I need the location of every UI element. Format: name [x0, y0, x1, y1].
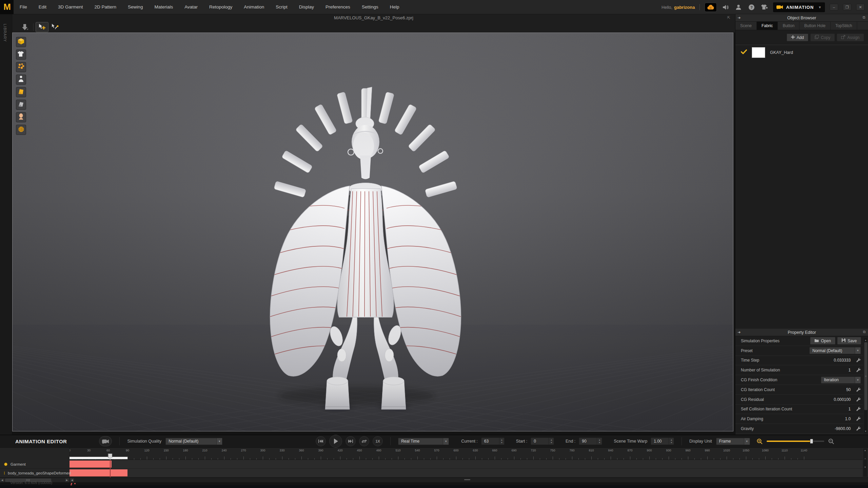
property-value[interactable]: 1 — [848, 368, 851, 372]
viewport-toggle-globe-icon[interactable] — [16, 125, 26, 135]
menu-2d-pattern[interactable]: 2D Pattern — [95, 4, 117, 9]
play-button[interactable] — [329, 435, 342, 448]
track-name-row[interactable]: body_torneada_geoShapeDeformed — [0, 469, 70, 477]
pin-brush-tool[interactable] — [48, 22, 61, 32]
scroll-left-icon[interactable]: ◀ — [0, 478, 4, 482]
spin-down-icon[interactable]: ▼ — [549, 441, 554, 444]
viewport-toggle-pattern-flat-icon[interactable] — [16, 100, 26, 110]
fabric-list-item[interactable]: GKAY_Hard — [735, 45, 868, 60]
timeline-ruler[interactable]: 0306090120150180210240270300330360390420… — [70, 448, 863, 460]
wrench-icon[interactable] — [855, 368, 862, 372]
splitter-handle[interactable] — [464, 479, 470, 480]
tab-scene[interactable]: Scene — [735, 22, 757, 30]
spin-up-icon[interactable]: ▲ — [597, 439, 602, 441]
menu-help[interactable]: Help — [390, 4, 399, 9]
close-button[interactable]: ✕ — [856, 4, 865, 11]
menu-preferences[interactable]: Preferences — [326, 4, 350, 9]
track-lane[interactable] — [0, 469, 863, 477]
scrollbar-grip-icon[interactable]: ≡ — [863, 458, 867, 460]
menu-materials[interactable]: Materials — [154, 4, 173, 9]
gizmo-arrow-tool[interactable] — [18, 22, 31, 32]
skip-to-end-button[interactable] — [346, 436, 356, 446]
scroll-down-icon[interactable]: ▼ — [863, 466, 867, 468]
spin-down-icon[interactable]: ▼ — [597, 441, 602, 444]
sound-button[interactable] — [722, 3, 730, 11]
menu-script[interactable]: Script — [276, 4, 288, 9]
save-button[interactable]: Save — [837, 337, 861, 345]
select-move-tool[interactable] — [36, 22, 48, 32]
viewport-toggle-head-icon[interactable] — [16, 112, 26, 122]
popout-icon[interactable]: ⇱ — [727, 16, 730, 20]
menu-avatar[interactable]: Avatar — [184, 4, 198, 9]
track-name-row[interactable]: Garment — [0, 460, 70, 469]
zoom-slider-track[interactable] — [767, 441, 824, 442]
collapse-arrow-icon[interactable]: ➜ — [737, 330, 741, 334]
menu-retopology[interactable]: Retopology — [209, 4, 232, 9]
wrench-icon[interactable] — [855, 407, 862, 411]
assign-button[interactable]: Assign — [837, 34, 864, 41]
mode-selector[interactable]: ANIMATION ▼ — [773, 2, 825, 12]
tab-button[interactable]: Button — [778, 22, 800, 30]
timeline-vertical-scrollbar[interactable]: ▲ ≡ ▼ — [863, 448, 867, 477]
menu-sewing[interactable]: Sewing — [128, 4, 143, 9]
scrollbar-thumb[interactable]: ≡ — [864, 342, 867, 410]
start-frame-spinner[interactable]: 0 ▲▼ — [531, 438, 554, 445]
add-button[interactable]: Add — [787, 34, 808, 41]
animation-cache-bar[interactable] — [70, 469, 127, 476]
property-value[interactable]: 0.000100 — [834, 397, 851, 402]
copy-button[interactable]: Copy — [810, 34, 835, 41]
property-value[interactable]: 0.033333 — [834, 358, 851, 363]
spin-up-icon[interactable]: ▲ — [549, 439, 554, 441]
viewport-toggle-pins-icon[interactable] — [16, 62, 26, 72]
collapse-arrow-icon[interactable]: ➜ — [737, 16, 741, 20]
property-dropdown[interactable]: Iteration▼ — [821, 377, 861, 384]
scroll-right-icon[interactable]: ▶ — [65, 478, 69, 482]
tab-fabric[interactable]: Fabric — [757, 22, 778, 30]
popout-icon[interactable]: ⧉ — [863, 15, 865, 20]
speed-button[interactable]: 1X — [373, 436, 383, 446]
play-mode-dropdown[interactable]: Real Time ▼ — [398, 438, 449, 445]
viewport-3d[interactable] — [12, 33, 733, 431]
scroll-up-icon[interactable]: ▲ — [863, 449, 867, 451]
property-editor-scrollbar[interactable]: ▲ ≡ ▼ — [864, 338, 868, 433]
viewport-toggle-pattern-icon[interactable] — [16, 87, 26, 97]
record-button[interactable] — [99, 436, 112, 446]
help-button[interactable]: ? — [747, 3, 755, 11]
account-button[interactable] — [734, 3, 743, 11]
wrench-icon[interactable] — [855, 397, 862, 402]
zoom-out-icon[interactable] — [828, 439, 834, 444]
scroll-up-icon[interactable]: ▲ — [864, 338, 867, 342]
display-unit-dropdown[interactable]: Frame ▼ — [716, 438, 750, 445]
spin-up-icon[interactable]: ▲ — [499, 439, 504, 441]
menu-settings[interactable]: Settings — [362, 4, 378, 9]
restore-button[interactable]: ❐ — [843, 4, 851, 11]
spin-up-icon[interactable]: ▲ — [669, 439, 674, 441]
viewport-toggle-avatar-icon[interactable] — [16, 75, 26, 85]
skip-to-start-button[interactable] — [316, 436, 326, 446]
simulation-quality-dropdown[interactable]: Normal (Default) ▼ — [165, 438, 222, 445]
check-icon[interactable] — [741, 49, 747, 56]
loop-button[interactable] — [359, 436, 369, 446]
menu-file[interactable]: File — [20, 4, 27, 9]
menu-3d-garment[interactable]: 3D Garment — [58, 4, 83, 9]
current-frame-spinner[interactable]: 63 ▲▼ — [481, 438, 505, 445]
property-value[interactable]: 1 — [848, 407, 851, 411]
property-value[interactable]: 1.0 — [845, 416, 851, 421]
menu-edit[interactable]: Edit — [39, 4, 46, 9]
open-button[interactable]: Open — [810, 337, 835, 345]
popout-icon[interactable]: ⧉ — [863, 330, 866, 334]
zoom-slider-handle[interactable] — [810, 439, 813, 444]
scene-time-warp-spinner[interactable]: 1.00 ▲▼ — [651, 438, 674, 445]
menu-display[interactable]: Display — [299, 4, 314, 9]
property-dropdown[interactable]: Normal (Default)▼ — [809, 347, 861, 354]
fabric-swatch[interactable] — [752, 47, 765, 58]
timeline-range-bar[interactable] — [70, 457, 127, 459]
viewport-toggle-box-icon[interactable] — [16, 37, 26, 47]
viewport-toggle-shirt-icon[interactable] — [16, 49, 26, 60]
wrench-icon[interactable] — [855, 358, 862, 363]
garment-share-button[interactable] — [760, 3, 768, 11]
tab-topstitch[interactable]: TopStitch — [831, 22, 857, 30]
minimize-button[interactable]: – — [830, 4, 838, 11]
library-label[interactable]: LIBRARY — [3, 24, 7, 42]
cloud-sync-button[interactable]: C — [705, 3, 717, 12]
